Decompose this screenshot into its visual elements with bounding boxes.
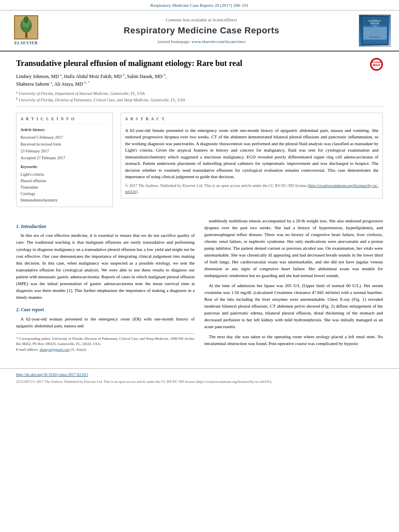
abstract-header: A B S T R A C T <box>125 116 378 124</box>
case-report-paragraph: A 62-year-old woman presented to the eme… <box>16 316 195 329</box>
keyword-4: Cytology <box>21 191 108 197</box>
email-link[interactable]: aliataya@gmail.com <box>39 347 70 351</box>
journal-cover-area: RESPIRATORY MEDICINE CASE REPORTS <box>351 14 391 47</box>
footnote-star: * Corresponding author. University of Fl… <box>16 336 195 347</box>
right-para-2: At the time of admission her lipase was … <box>204 282 383 330</box>
abstract-box: A B S T R A C T A 62-year-old female pre… <box>121 113 383 198</box>
case-report-text: A 62-year-old woman presented to the eme… <box>16 316 195 329</box>
svg-text:CASE REPORTS: CASE REPORTS <box>369 37 381 38</box>
svg-text:Mark: Mark <box>373 64 380 67</box>
affiliations: a University of Florida, Department of I… <box>16 90 364 103</box>
right-para-1: nonbloody nonbilious emesis accompanied … <box>204 218 383 279</box>
copyright-line: © 2017 The Authors. Published by Elsevie… <box>125 183 378 195</box>
svg-text:RESPIRATORY: RESPIRATORY <box>368 21 381 23</box>
received-date: Received 5 February 2017 <box>21 134 108 140</box>
crossmark-icon: Cross Mark <box>370 58 383 71</box>
article-title-section: Transudative pleural effusion of maligna… <box>16 51 383 107</box>
body-right-col: nonbloody nonbilious emesis accompanied … <box>204 218 383 353</box>
keyword-1: Light's criteria <box>21 171 108 178</box>
article-info-box: A R T I C L E I N F O Article history: R… <box>16 113 113 207</box>
top-bar: Respiratory Medicine Case Reports 20 (20… <box>0 0 399 10</box>
footnote-area: * Corresponding author. University of Fl… <box>16 333 195 353</box>
doi-link[interactable]: http://dx.doi.org/10.1016/j.rmcr.2017.02… <box>16 372 88 377</box>
accepted-date: Accepted 27 February 2017 <box>21 155 108 161</box>
abstract-column: A B S T R A C T A 62-year-old female pre… <box>121 113 383 211</box>
body-section: 1. Introduction In this era of cost effe… <box>16 218 383 353</box>
journal-reference: Respiratory Medicine Case Reports 20 (20… <box>150 3 249 8</box>
homepage-line: journal homepage: www.elsevier.com/locat… <box>52 39 351 45</box>
body-two-col: 1. Introduction In this era of cost effe… <box>16 218 383 353</box>
intro-paragraph: In this era of cost effective medicine, … <box>16 232 195 300</box>
right-col-text: nonbloody nonbilious emesis accompanied … <box>204 218 383 347</box>
intro-title: 1. Introduction <box>16 223 195 230</box>
elsevier-label: ELSEVIER <box>14 40 38 46</box>
keywords-header: Keywords: <box>21 164 108 170</box>
keyword-3: Transudate <box>21 184 108 191</box>
keyword-5: Immunohistochemistry <box>21 197 108 203</box>
footnote-email: E-mail address: aliataya@gmail.com (A. A… <box>16 347 195 353</box>
journal-homepage-link[interactable]: www.elsevier.com/locate/rmcr <box>191 39 245 44</box>
footer-license: 2213-0071/© 2017 The Authors. Published … <box>16 379 383 384</box>
right-para-3: The next day she was taken to the operat… <box>204 333 383 347</box>
article-container: Transudative pleural effusion of maligna… <box>0 51 399 360</box>
received-revised-label: Received in revised form <box>21 141 108 147</box>
article-info-column: A R T I C L E I N F O Article history: R… <box>16 113 113 211</box>
authors-line: Lindsey Johnson, MD a, Hafiz Abdul Moiz … <box>16 72 364 88</box>
journal-cover-image: RESPIRATORY MEDICINE CASE REPORTS <box>359 14 391 47</box>
footer-doi: http://dx.doi.org/10.1016/j.rmcr.2017.02… <box>16 372 383 378</box>
svg-text:MEDICINE: MEDICINE <box>370 23 379 25</box>
keyword-2: Pleural effusion <box>21 178 108 184</box>
keywords-section: Keywords: Light's criteria Pleural effus… <box>21 164 108 203</box>
article-info-header: A R T I C L E I N F O <box>21 116 108 124</box>
abstract-text: A 62-year-old female presented to the em… <box>125 127 378 180</box>
case-report-title: 2. Case report <box>16 306 195 313</box>
article-title: Transudative pleural effusion of maligna… <box>16 58 364 68</box>
footer-bar: http://dx.doi.org/10.1016/j.rmcr.2017.02… <box>0 368 399 387</box>
body-left-col: 1. Introduction In this era of cost effe… <box>16 218 195 353</box>
article-history-header: Article history: <box>21 127 108 133</box>
info-abstract-row: A R T I C L E I N F O Article history: R… <box>16 113 383 211</box>
elsevier-tree-icon <box>14 15 38 39</box>
crossmark-area: Cross Mark <box>370 58 383 71</box>
journal-title: Respiratory Medicine Case Reports <box>52 25 351 37</box>
journal-header: ELSEVIER Contents lists available at Sci… <box>0 10 399 51</box>
license-link[interactable]: http://creativecommons.org/licenses/by-n… <box>125 183 378 194</box>
contents-line: Contents lists available at ScienceDirec… <box>52 17 351 23</box>
intro-text: In this era of cost effective medicine, … <box>16 232 195 300</box>
journal-header-center: Contents lists available at ScienceDirec… <box>52 17 351 45</box>
elsevier-logo-area: ELSEVIER <box>8 15 52 46</box>
revised-date: 23 February 2017 <box>21 148 108 154</box>
